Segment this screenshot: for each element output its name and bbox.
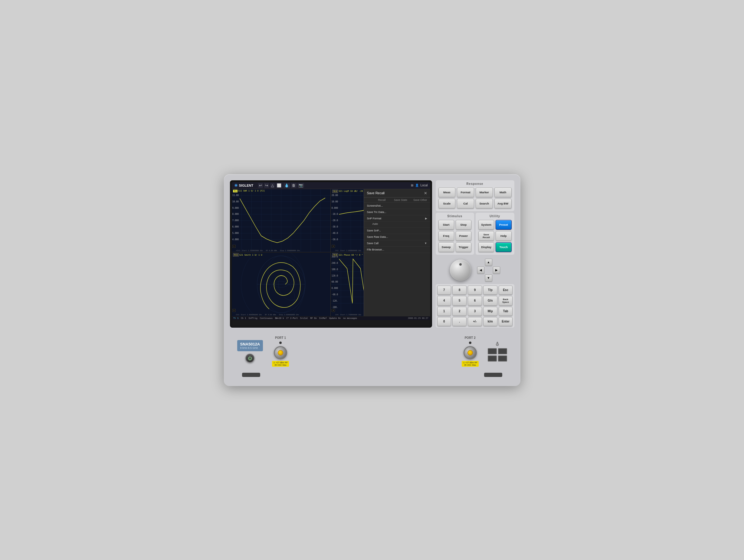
chart1-footer: >Ch1: Start 2.350000000 GHz RF 0.00 dBm … bbox=[236, 250, 300, 251]
meas-btn[interactable]: Meas bbox=[438, 188, 456, 197]
save-recall-item-savetrc[interactable]: Save Trc Data... bbox=[364, 209, 430, 215]
format-btn[interactable]: Format bbox=[457, 188, 474, 197]
dot-btn[interactable]: . bbox=[452, 317, 467, 326]
snpformat-label: SnP Format bbox=[367, 217, 381, 220]
status-rf: RF On bbox=[310, 317, 317, 320]
nav-empty-br bbox=[493, 274, 500, 282]
response-btn-grid: Meas Format Marker Math Scale Cal Search… bbox=[437, 186, 513, 210]
usb-port-4[interactable] bbox=[498, 356, 507, 362]
display-btn[interactable]: Display bbox=[478, 242, 494, 252]
undo-btn[interactable]: ↩ bbox=[258, 183, 263, 188]
savesnp-label: Save SnP... bbox=[367, 229, 381, 232]
stimulus-section: Stimulus Start Stop Freq Power Sweep Tri… bbox=[436, 213, 474, 255]
foot-right bbox=[484, 373, 502, 377]
num-6-btn[interactable]: 6 bbox=[468, 296, 482, 306]
scale-btn[interactable]: Scale bbox=[438, 199, 456, 209]
icon2[interactable]: ⬜ bbox=[276, 183, 282, 188]
chart2-chnum: 2 bbox=[332, 245, 335, 248]
save-recall-item-filebrowser[interactable]: File Browser... bbox=[364, 247, 430, 253]
save-recall-item-savecall[interactable]: Save Call ▼ bbox=[364, 240, 430, 247]
rotary-knob[interactable] bbox=[450, 260, 471, 281]
mu-btn[interactable]: M/μ bbox=[483, 307, 497, 316]
icon1[interactable]: △ bbox=[270, 183, 275, 188]
system-btn[interactable]: System bbox=[478, 220, 494, 230]
cal-btn[interactable]: Cal bbox=[457, 199, 474, 209]
help-btn[interactable]: Help bbox=[495, 231, 511, 241]
nav-empty-tr bbox=[493, 259, 500, 266]
num-9-btn[interactable]: 9 bbox=[468, 286, 482, 295]
topbar-right: ⊞ 👤 Local bbox=[411, 184, 428, 187]
power-btn[interactable]: Power bbox=[456, 231, 472, 241]
gn-btn[interactable]: G/n bbox=[483, 296, 497, 306]
freq-btn[interactable]: Freq bbox=[438, 231, 454, 241]
save-recall-item-snpformat[interactable]: SnP Format ▶ bbox=[364, 215, 430, 222]
toolbar-icons: ↩ ↪ △ ⬜ 💧 🗑 📷 bbox=[258, 183, 408, 188]
num-2-btn[interactable]: 2 bbox=[452, 307, 467, 316]
trace2-label: S21 LogM 10 dB/ -20 dB bbox=[339, 190, 367, 192]
backspace-btn[interactable]: Back Space bbox=[498, 296, 513, 306]
stop-btn[interactable]: Stop bbox=[456, 220, 472, 230]
svg-text:0.000: 0.000 bbox=[332, 287, 338, 290]
save-recall-item-savesnp[interactable]: Save SnP... bbox=[364, 227, 430, 234]
icon3[interactable]: 💧 bbox=[284, 183, 290, 188]
sweep-btn[interactable]: Sweep bbox=[438, 242, 454, 252]
device-body: ✳ SIGLENT ↩ ↪ △ ⬜ 💧 🗑 📷 ⊞ 👤 bbox=[224, 174, 520, 386]
port1-warning: +27 dBm RF35 VDC Max bbox=[272, 361, 289, 367]
icon4[interactable]: 🗑 bbox=[291, 183, 297, 188]
num-0-btn[interactable]: 0 bbox=[437, 317, 451, 326]
save-recall-item-screenshot[interactable]: Screenshot... bbox=[364, 203, 430, 209]
touch-btn[interactable]: Touch bbox=[495, 242, 511, 252]
nav-right-btn[interactable]: ▶ bbox=[493, 266, 500, 274]
marker-btn[interactable]: Marker bbox=[476, 188, 493, 197]
trigger-btn[interactable]: Trigger bbox=[456, 242, 472, 252]
num-5-btn[interactable]: 5 bbox=[452, 296, 467, 306]
avgbw-btn[interactable]: Avg BW bbox=[494, 199, 512, 209]
status-trig: InfTrig bbox=[249, 317, 258, 320]
usb-port-1[interactable] bbox=[488, 348, 497, 354]
num-3-btn[interactable]: 3 bbox=[468, 307, 482, 316]
num-8-btn[interactable]: 8 bbox=[452, 286, 467, 295]
tp-btn[interactable]: T/p bbox=[483, 286, 497, 295]
nav-empty-bl bbox=[477, 274, 484, 282]
snp-auto-row: Auto bbox=[364, 222, 430, 227]
num-7-btn[interactable]: 7 bbox=[437, 286, 451, 295]
nav-left-btn[interactable]: ◀ bbox=[477, 266, 484, 274]
usb-port-3[interactable] bbox=[488, 356, 497, 362]
port1-indicator bbox=[279, 342, 282, 344]
usb-section: ⛢ bbox=[488, 341, 507, 362]
stimulus-btn-grid: Start Stop Freq Power Sweep Trigger bbox=[437, 218, 473, 254]
svg-point-54 bbox=[268, 256, 294, 288]
svg-text:0.000: 0.000 bbox=[332, 206, 338, 209]
usb-port-2[interactable] bbox=[498, 348, 507, 354]
chart1-chnum: 1 bbox=[232, 245, 236, 248]
saverecall-btn[interactable]: Save Recall bbox=[478, 231, 494, 241]
plusminus-btn[interactable]: +/- bbox=[468, 317, 482, 326]
save-recall-panel: Save Recall ✕ Recall Save State Save Oth… bbox=[364, 189, 430, 316]
km-btn[interactable]: k/m bbox=[483, 317, 497, 326]
save-recall-close-btn[interactable]: ✕ bbox=[424, 191, 427, 195]
svg-text:-180.: -180. bbox=[332, 306, 338, 309]
nav-up-btn[interactable]: ▲ bbox=[485, 259, 492, 266]
port2-warning: +27 dBm RF35 VDC Max bbox=[462, 361, 478, 367]
icon5[interactable]: 📷 bbox=[298, 183, 304, 188]
start-btn[interactable]: Start bbox=[438, 220, 454, 230]
trace3-label: S21 Smith 1 U/ 1 U bbox=[239, 254, 262, 256]
redo-btn[interactable]: ↪ bbox=[264, 183, 269, 188]
chart-panel-tr1: Tr1 S11 SWR 1 U/ 1 U [F2] bbox=[232, 189, 331, 253]
num-1-btn[interactable]: 1 bbox=[437, 307, 451, 316]
preset-btn[interactable]: Preset bbox=[495, 220, 511, 230]
svg-text:5.000: 5.000 bbox=[232, 231, 239, 234]
svg-text:10.00: 10.00 bbox=[232, 200, 239, 203]
svg-text:60.00: 60.00 bbox=[332, 281, 338, 284]
esc-btn[interactable]: Esc bbox=[498, 286, 513, 295]
num-4-btn[interactable]: 4 bbox=[437, 296, 451, 306]
search-btn[interactable]: Search bbox=[476, 199, 493, 209]
screen-bezel: ✳ SIGLENT ↩ ↪ △ ⬜ 💧 🗑 📷 ⊞ 👤 bbox=[230, 180, 432, 328]
enter-btn[interactable]: Enter bbox=[498, 317, 513, 326]
save-recall-item-saveraw[interactable]: Save Raw Data... bbox=[364, 234, 430, 240]
nav-arrows: ▲ ◀ ▶ ▼ bbox=[477, 259, 500, 282]
tab-btn[interactable]: Tab bbox=[498, 307, 513, 316]
power-button[interactable]: ⏻ bbox=[246, 354, 255, 363]
math-btn[interactable]: Math bbox=[494, 188, 512, 197]
nav-down-btn[interactable]: ▼ bbox=[485, 274, 492, 282]
